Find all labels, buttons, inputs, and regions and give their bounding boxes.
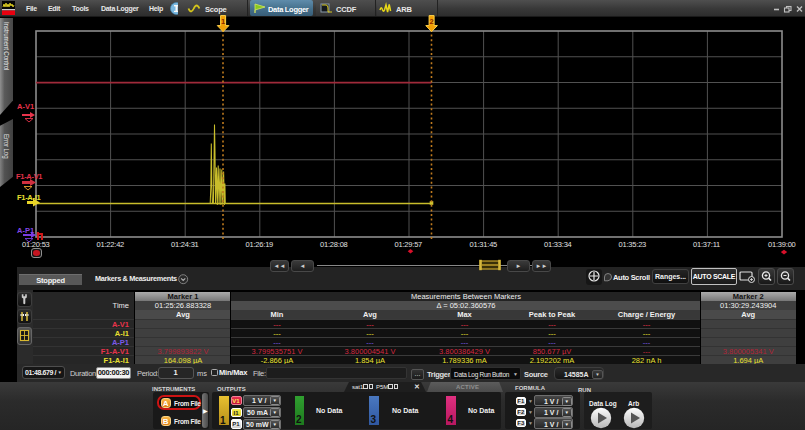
svg-text:2: 2	[430, 17, 434, 26]
svg-text:1: 1	[221, 17, 225, 26]
